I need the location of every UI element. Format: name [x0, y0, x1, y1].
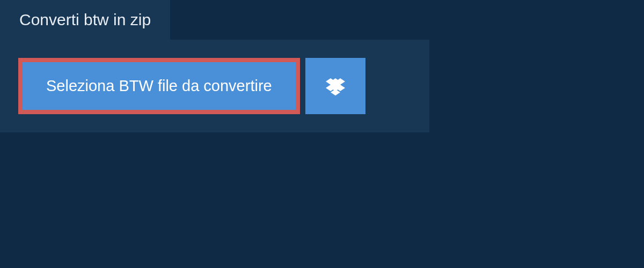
content-panel: Seleziona BTW file da convertire	[0, 40, 429, 132]
select-file-highlight: Seleziona BTW file da convertire	[18, 58, 300, 114]
select-file-button[interactable]: Seleziona BTW file da convertire	[23, 62, 296, 110]
tab-bar: Converti btw in zip	[0, 0, 644, 40]
action-row: Seleziona BTW file da convertire	[18, 58, 411, 114]
dropbox-icon	[326, 77, 345, 96]
tab-convert[interactable]: Converti btw in zip	[0, 0, 170, 40]
tab-label: Converti btw in zip	[19, 11, 151, 28]
dropbox-button[interactable]	[305, 58, 365, 114]
select-file-label: Seleziona BTW file da convertire	[46, 77, 272, 94]
